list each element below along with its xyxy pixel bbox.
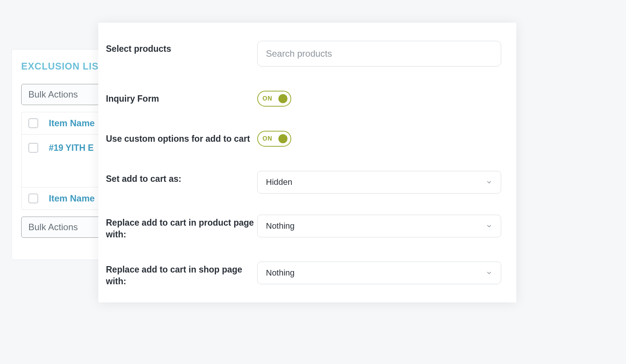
label-set-add-to-cart: Set add to cart as: <box>106 171 257 185</box>
label-inquiry-form: Inquiry Form <box>106 91 257 105</box>
label-replace-shop: Replace add to cart in shop page with: <box>106 262 257 287</box>
toggle-on-label: ON <box>263 95 272 102</box>
row-custom-options: Use custom options for add to cart ON <box>106 131 501 147</box>
row-set-add-to-cart: Set add to cart as: Hidden <box>106 171 501 194</box>
select-value-3: Nothing <box>266 268 295 278</box>
replace-shop-select[interactable]: Nothing <box>257 262 501 284</box>
label-replace-product: Replace add to cart in product page with… <box>106 215 257 240</box>
chevron-down-icon-2 <box>486 223 492 229</box>
toggle-knob-icon <box>278 94 287 103</box>
row-replace-shop: Replace add to cart in shop page with: N… <box>106 262 501 287</box>
settings-modal: Select products Inquiry Form ON Use cust… <box>98 23 516 302</box>
row-checkbox[interactable] <box>28 143 38 153</box>
select-value-2: Nothing <box>266 221 295 231</box>
chevron-down-icon <box>486 179 492 186</box>
bulk-actions-label: Bulk Actions <box>28 89 78 100</box>
search-products-input[interactable] <box>257 41 501 67</box>
inquiry-form-toggle[interactable]: ON <box>257 91 291 107</box>
select-all-checkbox[interactable] <box>28 118 38 128</box>
toggle-on-label-2: ON <box>263 135 272 142</box>
select-value: Hidden <box>266 177 292 187</box>
row-item-link[interactable]: #19 YITH E <box>49 143 93 153</box>
column-item-name-footer[interactable]: Item Name <box>49 193 95 204</box>
label-custom-options: Use custom options for add to cart <box>106 131 257 145</box>
row-replace-product: Replace add to cart in product page with… <box>106 215 501 240</box>
chevron-down-icon-3 <box>486 270 492 276</box>
replace-product-select[interactable]: Nothing <box>257 215 501 237</box>
row-select-products: Select products <box>106 41 501 67</box>
custom-options-toggle[interactable]: ON <box>257 131 291 147</box>
bulk-actions-label-bottom: Bulk Actions <box>28 222 78 232</box>
set-add-to-cart-select[interactable]: Hidden <box>257 171 501 194</box>
label-select-products: Select products <box>106 41 257 55</box>
toggle-knob-icon-2 <box>278 134 287 143</box>
row-inquiry-form: Inquiry Form ON <box>106 91 501 107</box>
select-all-checkbox-bottom[interactable] <box>28 194 38 203</box>
column-item-name[interactable]: Item Name <box>49 118 95 129</box>
